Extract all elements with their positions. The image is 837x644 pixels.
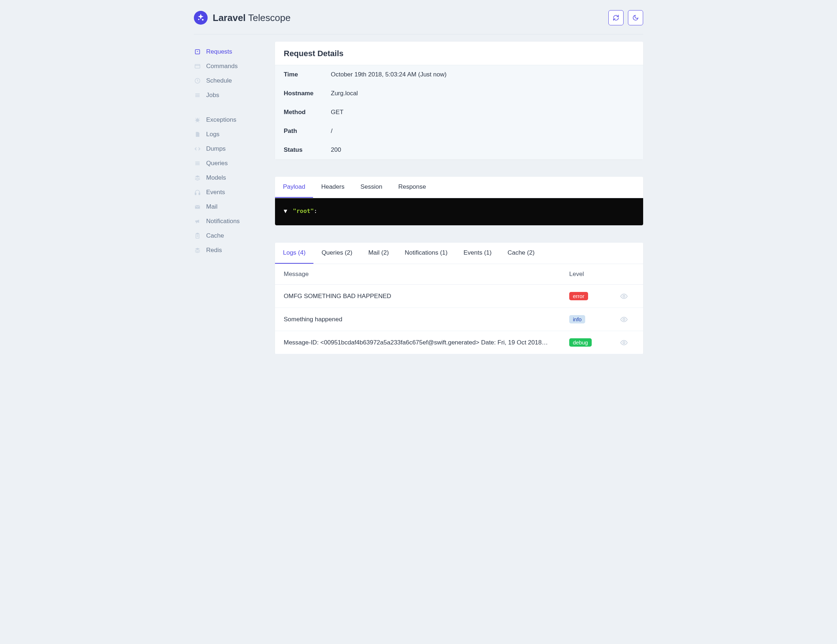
col-header-message: Message (284, 270, 569, 278)
svg-point-19 (623, 295, 625, 297)
nav-label: Commands (206, 63, 238, 70)
detail-label: Status (284, 146, 331, 154)
sidebar-item-schedule[interactable]: Schedule (194, 74, 266, 88)
detail-value: GET (331, 109, 343, 116)
sidebar-item-commands[interactable]: Commands (194, 59, 266, 74)
tab-events-1-[interactable]: Events (1) (455, 243, 499, 264)
sidebar-item-jobs[interactable]: Jobs (194, 88, 266, 103)
detail-value: October 19th 2018, 5:03:24 AM (Just now) (331, 71, 446, 78)
detail-label: Time (284, 71, 331, 78)
detail-row: Status200 (275, 141, 643, 159)
sidebar-item-redis[interactable]: Redis (194, 243, 266, 257)
sidebar-item-queries[interactable]: Queries (194, 156, 266, 170)
detail-value: / (331, 128, 333, 135)
terminal-icon (194, 63, 201, 70)
svg-point-1 (199, 19, 199, 20)
level-badge: error (569, 292, 588, 300)
bug-icon (194, 116, 201, 123)
tab-notifications-1-[interactable]: Notifications (1) (397, 243, 455, 264)
related-tabs: Logs (4)Queries (2)Mail (2)Notifications… (275, 243, 643, 264)
nav-label: Exceptions (206, 116, 236, 123)
detail-row: HostnameZurg.local (275, 84, 643, 103)
related-entries-card: Logs (4)Queries (2)Mail (2)Notifications… (275, 243, 643, 354)
sidebar-item-dumps[interactable]: Dumps (194, 142, 266, 156)
sidebar-item-models[interactable]: Models (194, 170, 266, 185)
level-badge: debug (569, 338, 592, 347)
refresh-button[interactable] (608, 10, 624, 25)
detail-row: Path/ (275, 122, 643, 141)
detail-row: MethodGET (275, 103, 643, 122)
view-log-button[interactable] (620, 339, 634, 347)
sidebar-item-cache[interactable]: Cache (194, 229, 266, 243)
log-message: Message-ID: <00951bcdaf4b63972a5a233fa6c… (284, 339, 569, 346)
svg-point-8 (196, 118, 199, 122)
sidebar-item-requests[interactable]: Requests (194, 44, 266, 59)
nav-label: Cache (206, 232, 224, 239)
nav-label: Logs (206, 131, 220, 138)
tab-response[interactable]: Response (390, 177, 434, 198)
layers-icon (194, 247, 201, 254)
svg-rect-12 (195, 193, 196, 195)
bars-icon (194, 160, 201, 167)
level-badge: info (569, 315, 585, 323)
clock-icon (194, 77, 201, 84)
tab-queries-2-[interactable]: Queries (2) (313, 243, 360, 264)
nav-label: Events (206, 189, 225, 196)
payload-json-viewer[interactable]: ▼ "root": (275, 198, 643, 225)
view-log-button[interactable] (620, 315, 634, 323)
sidebar-item-events[interactable]: Events (194, 185, 266, 200)
eye-icon (620, 292, 634, 300)
svg-point-21 (623, 342, 625, 344)
svg-rect-13 (199, 193, 200, 195)
view-log-button[interactable] (620, 292, 634, 300)
package-icon (194, 48, 201, 56)
mail-icon (194, 203, 201, 210)
nav-label: Dumps (206, 145, 226, 152)
log-row: Message-ID: <00951bcdaf4b63972a5a233fa6c… (275, 331, 643, 354)
brand-logo-icon (194, 11, 208, 25)
tab-session[interactable]: Session (353, 177, 390, 198)
nav-label: Redis (206, 247, 222, 254)
clipboard-icon (194, 232, 201, 239)
headphones-icon (194, 189, 201, 196)
brand: Laravel Telescope (194, 11, 290, 25)
nav-label: Notifications (206, 218, 240, 225)
sidebar-item-logs[interactable]: Logs (194, 127, 266, 142)
log-row: OMFG SOMETHING BAD HAPPENEDerror (275, 285, 643, 308)
request-details-card: Request Details TimeOctober 19th 2018, 5… (275, 42, 643, 159)
moon-icon (632, 15, 639, 21)
detail-value: Zurg.local (331, 90, 358, 97)
code-icon (194, 145, 201, 152)
tab-payload[interactable]: Payload (275, 177, 313, 198)
payload-tabs: PayloadHeadersSessionResponse (275, 177, 643, 198)
logs-table-header: Message Level (275, 264, 643, 285)
detail-label: Method (284, 109, 331, 116)
sidebar-item-notifications[interactable]: Notifications (194, 214, 266, 229)
eye-icon (620, 315, 634, 323)
detail-label: Hostname (284, 90, 331, 97)
card-title: Request Details (275, 42, 643, 65)
nav-label: Requests (206, 48, 232, 56)
tab-cache-2-[interactable]: Cache (2) (500, 243, 543, 264)
tab-headers[interactable]: Headers (313, 177, 352, 198)
tab-mail-2-[interactable]: Mail (2) (360, 243, 397, 264)
svg-rect-3 (195, 64, 200, 69)
header: Laravel Telescope (194, 0, 643, 34)
layers-icon (194, 174, 201, 182)
expand-arrow-icon[interactable]: ▼ (284, 208, 287, 215)
eye-icon (620, 339, 634, 347)
detail-label: Path (284, 128, 331, 135)
sidebar: RequestsCommandsScheduleJobsExceptionsLo… (194, 42, 266, 354)
svg-rect-16 (197, 233, 199, 234)
log-message: Something happened (284, 316, 569, 323)
detail-value: 200 (331, 146, 341, 154)
tab-logs-4-[interactable]: Logs (4) (275, 243, 313, 264)
log-row: Something happenedinfo (275, 308, 643, 331)
svg-point-20 (623, 318, 625, 321)
sidebar-item-exceptions[interactable]: Exceptions (194, 113, 266, 127)
bullhorn-icon (194, 218, 201, 225)
sidebar-item-mail[interactable]: Mail (194, 200, 266, 214)
app-title: Laravel Telescope (213, 12, 290, 23)
theme-toggle-button[interactable] (628, 10, 643, 25)
bars-icon (194, 92, 201, 99)
